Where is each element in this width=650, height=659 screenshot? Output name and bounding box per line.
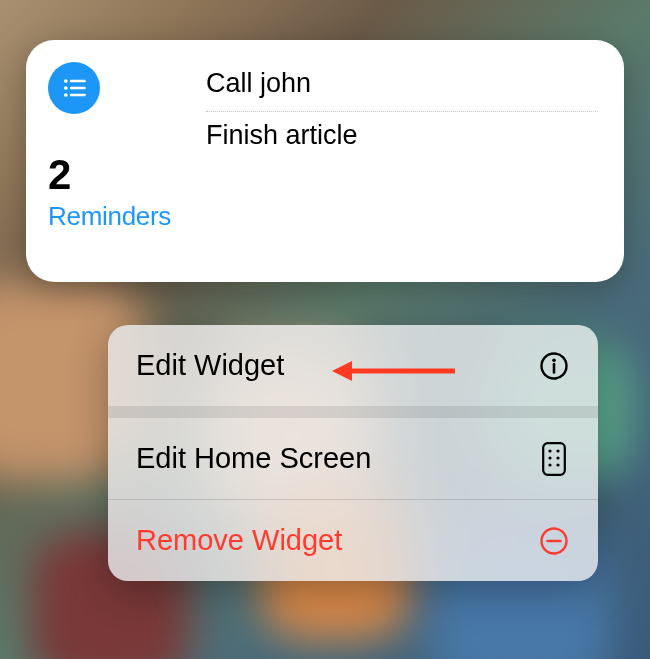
svg-point-13	[556, 456, 559, 459]
apps-grid-icon	[538, 443, 570, 475]
svg-point-10	[548, 449, 551, 452]
widget-summary: 2 Reminders	[26, 40, 186, 282]
svg-point-14	[548, 463, 551, 466]
edit-home-screen-button[interactable]: Edit Home Screen	[108, 418, 598, 499]
svg-point-15	[556, 463, 559, 466]
minus-circle-icon	[538, 525, 570, 557]
reminder-count: 2	[48, 154, 186, 196]
widget-title: Reminders	[48, 202, 178, 232]
svg-point-11	[556, 449, 559, 452]
menu-separator	[108, 406, 598, 418]
reminder-item: Call john	[206, 60, 598, 111]
remove-widget-button[interactable]: Remove Widget	[108, 500, 598, 581]
menu-item-label: Remove Widget	[136, 524, 342, 557]
menu-item-label: Edit Widget	[136, 349, 284, 382]
reminders-widget[interactable]: 2 Reminders Call john Finish article	[26, 40, 624, 282]
svg-point-0	[64, 79, 68, 83]
svg-rect-9	[543, 443, 565, 475]
svg-point-2	[64, 93, 68, 97]
reminder-item: Finish article	[206, 112, 598, 163]
menu-item-label: Edit Home Screen	[136, 442, 371, 475]
svg-point-12	[548, 456, 551, 459]
edit-widget-button[interactable]: Edit Widget	[108, 325, 598, 406]
svg-point-1	[64, 86, 68, 90]
widget-items: Call john Finish article	[186, 40, 624, 282]
list-icon	[48, 62, 100, 114]
svg-point-7	[552, 358, 556, 362]
info-icon	[538, 350, 570, 382]
widget-context-menu: Edit Widget Edit Home Screen Remove	[108, 325, 598, 581]
